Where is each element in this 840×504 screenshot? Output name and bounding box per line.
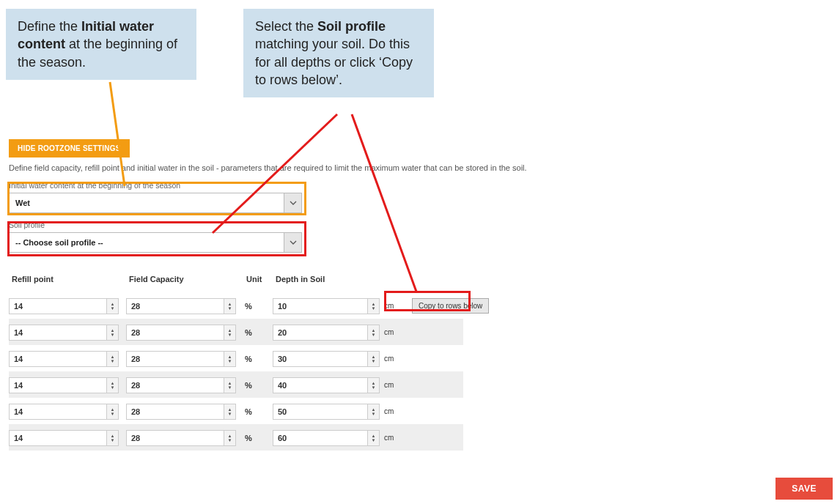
stepper-icon[interactable]: ▲▼ — [224, 351, 236, 367]
chevron-down-icon — [284, 233, 301, 252]
callout-soil-profile: Select the Soil profile matching your so… — [243, 9, 434, 97]
callout-initial-water: Define the Initial water content at the … — [6, 9, 196, 80]
table-header: Refill point Field Capacity Unit Depth i… — [9, 266, 463, 292]
capacity-input[interactable]: 28 — [126, 298, 224, 314]
stepper-icon[interactable]: ▲▼ — [107, 377, 119, 393]
cm-label: cm — [383, 355, 412, 363]
unit-label: % — [243, 434, 273, 442]
settings-panel: HIDE ROOTZONE SETTINGS Define field capa… — [9, 139, 831, 451]
unit-label: % — [243, 381, 273, 390]
stepper-icon[interactable]: ▲▼ — [368, 404, 380, 420]
stepper-icon[interactable]: ▲▼ — [224, 377, 236, 393]
stepper-icon[interactable]: ▲▼ — [107, 430, 119, 446]
col-capacity: Field Capacity — [126, 275, 243, 284]
soil-profile-select[interactable]: -- Choose soil profile -- — [9, 232, 302, 253]
cm-label: cm — [383, 328, 412, 336]
cm-label: cm — [383, 434, 412, 442]
hide-rootzone-button[interactable]: HIDE ROOTZONE SETTINGS — [9, 139, 130, 158]
stepper-icon[interactable]: ▲▼ — [107, 404, 119, 420]
soil-profile-value: -- Choose soil profile -- — [10, 233, 284, 252]
depth-input[interactable]: 60 — [273, 430, 368, 446]
soil-profile-label: Soil profile — [9, 220, 302, 229]
soil-profile-field: Soil profile -- Choose soil profile -- — [9, 220, 302, 253]
depth-input[interactable]: 40 — [273, 377, 368, 393]
depth-input[interactable]: 20 — [273, 325, 368, 341]
table-row: 14▲▼28▲▼%10▲▼cmCopy to rows below — [9, 292, 463, 319]
refill-input[interactable]: 14 — [9, 404, 107, 420]
initial-water-select[interactable]: Wet — [9, 193, 302, 213]
stepper-icon[interactable]: ▲▼ — [224, 430, 236, 446]
stepper-icon[interactable]: ▲▼ — [368, 298, 380, 314]
depth-input[interactable]: 10 — [273, 298, 368, 314]
refill-input[interactable]: 14 — [9, 325, 107, 341]
unit-label: % — [243, 328, 273, 337]
stepper-icon[interactable]: ▲▼ — [368, 430, 380, 446]
cm-label: cm — [383, 381, 412, 389]
cm-label: cm — [383, 302, 412, 310]
stepper-icon[interactable]: ▲▼ — [368, 377, 380, 393]
col-refill: Refill point — [9, 275, 126, 284]
cm-label: cm — [383, 407, 412, 415]
capacity-input[interactable]: 28 — [126, 377, 224, 393]
table-row: 14▲▼28▲▼%20▲▼cm — [9, 319, 463, 345]
capacity-input[interactable]: 28 — [126, 430, 224, 446]
unit-label: % — [243, 355, 273, 363]
table-row: 14▲▼28▲▼%50▲▼cm — [9, 398, 463, 424]
col-depth: Depth in Soil — [273, 275, 383, 284]
refill-input[interactable]: 14 — [9, 298, 107, 314]
table-row: 14▲▼28▲▼%30▲▼cm — [9, 345, 463, 371]
depth-input[interactable]: 30 — [273, 351, 368, 367]
refill-input[interactable]: 14 — [9, 377, 107, 393]
initial-water-field: Initial water content at the beginning o… — [9, 181, 302, 213]
stepper-icon[interactable]: ▲▼ — [224, 404, 236, 420]
copy-to-rows-button[interactable]: Copy to rows below — [412, 298, 489, 314]
stepper-icon[interactable]: ▲▼ — [107, 351, 119, 367]
unit-label: % — [243, 302, 273, 311]
stepper-icon[interactable]: ▲▼ — [368, 351, 380, 367]
col-unit: Unit — [243, 275, 273, 284]
refill-input[interactable]: 14 — [9, 351, 107, 367]
unit-label: % — [243, 407, 273, 416]
capacity-input[interactable]: 28 — [126, 351, 224, 367]
stepper-icon[interactable]: ▲▼ — [224, 325, 236, 341]
soil-table: Refill point Field Capacity Unit Depth i… — [9, 266, 463, 451]
save-button[interactable]: SAVE — [775, 478, 833, 500]
depth-input[interactable]: 50 — [273, 404, 368, 420]
stepper-icon[interactable]: ▲▼ — [107, 298, 119, 314]
stepper-icon[interactable]: ▲▼ — [368, 325, 380, 341]
capacity-input[interactable]: 28 — [126, 325, 224, 341]
refill-input[interactable]: 14 — [9, 430, 107, 446]
chevron-down-icon — [284, 193, 301, 212]
table-body: 14▲▼28▲▼%10▲▼cmCopy to rows below14▲▼28▲… — [9, 292, 463, 451]
initial-water-value: Wet — [10, 193, 284, 212]
capacity-input[interactable]: 28 — [126, 404, 224, 420]
table-row: 14▲▼28▲▼%40▲▼cm — [9, 371, 463, 398]
stepper-icon[interactable]: ▲▼ — [107, 325, 119, 341]
table-row: 14▲▼28▲▼%60▲▼cm — [9, 424, 463, 451]
stepper-icon[interactable]: ▲▼ — [224, 298, 236, 314]
initial-water-label: Initial water content at the beginning o… — [9, 181, 302, 190]
settings-description: Define field capacity, refill point and … — [9, 163, 831, 172]
